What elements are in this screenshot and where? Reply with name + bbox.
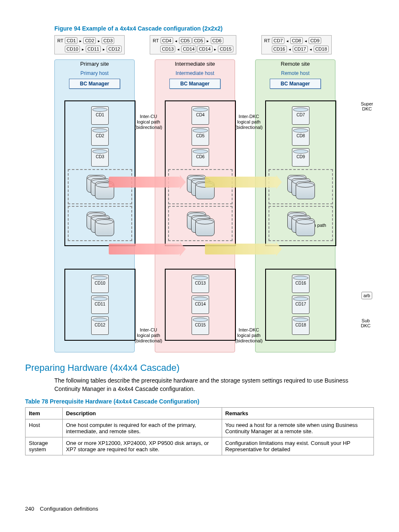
- table-caption: Table 78 Prerequisite Hardware (4x4x4 Ca…: [25, 398, 374, 405]
- cd-device-icon: CD7: [292, 106, 309, 125]
- site-title: Remote site: [256, 61, 335, 67]
- top-row: CD13CD14CD14CD15: [153, 46, 233, 52]
- cd-chip: CD7: [272, 37, 284, 44]
- flow-arrow: [109, 244, 180, 254]
- rt-label: RT: [153, 38, 159, 43]
- cd-device-icon: CD1: [91, 106, 109, 125]
- flow-arrow: [205, 177, 276, 188]
- cd-chip: CD16: [272, 46, 287, 52]
- cd-device-icon: CD8: [292, 127, 309, 146]
- top-group: RTCD7CD8CD9CD16CD17CD18: [261, 35, 332, 54]
- table-cell: Storage system: [26, 437, 63, 455]
- cd-device-icon: CD13: [192, 275, 209, 293]
- table-cell: Configuration limitations may exist. Con…: [222, 437, 373, 455]
- volume-stack-icon: [287, 212, 314, 235]
- volume-stack-icon: [287, 175, 314, 198]
- storage-frame: CD1CD2CD3: [64, 100, 136, 246]
- top-row: CD16CD17CD18: [264, 46, 329, 52]
- volume-group: [68, 206, 132, 241]
- cd-device-icon: CD17: [292, 296, 309, 314]
- top-row: RTCD7CD8CD9: [264, 37, 329, 44]
- top-row: RTCD4CD5CD5CD6: [153, 37, 233, 44]
- volume-group: [269, 206, 333, 241]
- super-dkc-label: Super DKC: [361, 101, 373, 111]
- bc-manager-box: BC Manager: [169, 79, 220, 89]
- hardware-table: ItemDescriptionRemarks HostOne host comp…: [25, 407, 374, 455]
- cd-device-icon: CD11: [91, 296, 109, 314]
- bc-manager-box: BC Manager: [69, 79, 120, 89]
- storage-frame: CD10CD11CD12: [64, 269, 136, 341]
- host-title: Remote host: [256, 70, 335, 76]
- table-header: Remarks: [222, 408, 373, 419]
- cd-chip: CD2: [83, 37, 96, 44]
- page-number: 240: [25, 506, 34, 512]
- table-cell: One host computer is required for each o…: [62, 419, 222, 437]
- cd-chip: CD18: [314, 46, 329, 52]
- cd-chip: CD14: [197, 46, 212, 52]
- cd-device-icon: CD2: [91, 127, 109, 146]
- cd-chip: CD10: [65, 46, 80, 52]
- cd-device-icon: CD15: [192, 316, 209, 335]
- storage-frame: CD4CD5CD6: [165, 100, 236, 246]
- arrow-right-icon: [213, 46, 217, 51]
- main-diagram: Primary site Primary host BC Manager Int…: [54, 59, 356, 352]
- flow-arrow: [109, 177, 180, 188]
- site-title: Primary site: [55, 61, 134, 67]
- cd-device-icon: CD3: [91, 148, 109, 167]
- rt-label: RT: [264, 38, 270, 43]
- cd-chip: CD9: [309, 37, 321, 44]
- volume-group: [168, 206, 233, 241]
- cd-chip: CD15: [218, 46, 233, 52]
- table-row: HostOne host computer is required for ea…: [26, 419, 374, 437]
- storage-frame: CD16CD17CD18: [265, 269, 336, 341]
- arrow-right-icon: [78, 38, 82, 43]
- arrow-left-icon: [288, 46, 292, 51]
- storage-frame: CD13CD14CD15: [165, 269, 236, 341]
- page-footer: 240 Configuration definitions: [25, 506, 374, 512]
- top-group: RTCD1CD2CD3CD10CD11CD12: [54, 35, 125, 54]
- cd-device-icon: CD4: [192, 106, 209, 125]
- top-row: RTCD1CD2CD3: [57, 37, 122, 44]
- arrow-right-icon: [102, 46, 106, 51]
- arrow-left-icon: [309, 46, 313, 51]
- cd-chip: CD12: [107, 46, 122, 52]
- cd-chip: CD13: [160, 46, 175, 52]
- table-row: Storage systemOne or more XP12000, XP240…: [26, 437, 374, 455]
- site-title: Intermediate site: [155, 61, 235, 67]
- volume-stack-icon: [87, 212, 113, 235]
- arrow-right-icon: [97, 38, 101, 43]
- sub-dkc-label: Sub DKC: [361, 318, 371, 328]
- volume-stack-icon: [187, 212, 214, 235]
- arrow-left-icon: [174, 38, 178, 43]
- cd-device-icon: CD6: [192, 148, 209, 167]
- cd-chip: CD1: [65, 37, 77, 44]
- cd-chip: CD14: [181, 46, 196, 52]
- table-header: Item: [26, 408, 63, 419]
- figure-caption: Figure 94 Example of a 4x4x4 Cascade con…: [54, 25, 374, 32]
- cd-device-icon: CD9: [292, 148, 309, 167]
- top-strip: RTCD1CD2CD3CD10CD11CD12RTCD4CD5CD5CD6CD1…: [54, 35, 374, 54]
- cd-chip: CD11: [86, 46, 101, 52]
- cd-device-icon: CD5: [192, 127, 209, 146]
- table-cell: One or more XP12000, XP24000, XP P9500 d…: [62, 437, 222, 455]
- bc-manager-box: BC Manager: [270, 79, 321, 89]
- figure-diagram: RTCD1CD2CD3CD10CD11CD12RTCD4CD5CD5CD6CD1…: [54, 35, 374, 352]
- footer-title: Configuration definitions: [40, 506, 98, 512]
- arb-chip: arb: [361, 292, 372, 299]
- section-body: The following tables describe the prereq…: [54, 377, 374, 393]
- top-group: RTCD4CD5CD5CD6CD13CD14CD14CD15: [150, 35, 236, 54]
- table-cell: You need a host for a remote site when u…: [222, 419, 373, 437]
- storage-frame: CD7CD8CD9: [265, 100, 336, 246]
- cd-chip: CD5: [179, 37, 192, 44]
- cd-chip: CD17: [293, 46, 308, 52]
- top-row: CD10CD11CD12: [57, 46, 122, 52]
- arrow-left-icon: [176, 46, 180, 51]
- table-header: Description: [62, 408, 222, 419]
- arrow-left-icon: [304, 38, 308, 43]
- cd-device-icon: CD10: [91, 275, 109, 293]
- host-title: Primary host: [55, 70, 134, 76]
- cd-chip: CD5: [192, 37, 205, 44]
- host-title: Intermediate host: [155, 70, 235, 76]
- cd-device-icon: CD12: [91, 316, 109, 335]
- flow-arrow: [205, 244, 276, 254]
